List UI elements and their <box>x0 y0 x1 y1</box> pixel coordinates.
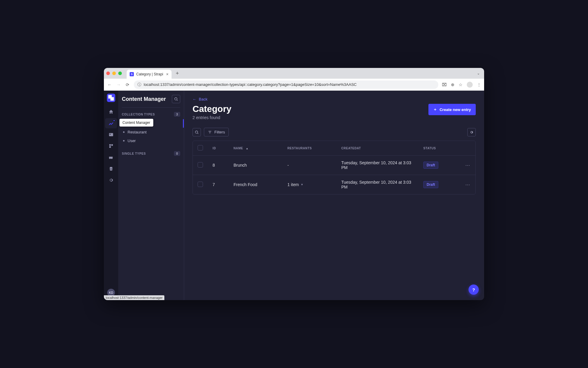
browser-actions: ⌧ ⊕ ☆ ⋮ <box>442 82 481 88</box>
cell-restaurants: - <box>283 156 337 175</box>
page-title: Category <box>193 104 231 114</box>
tab-close-icon[interactable]: × <box>166 72 169 77</box>
create-entry-label: Create new entry <box>440 107 471 112</box>
sidebar-search-button[interactable] <box>172 95 180 103</box>
cell-restaurants[interactable]: 1 item▼ <box>283 175 337 194</box>
plus-icon: ＋ <box>433 107 437 112</box>
help-icon: ? <box>472 287 475 292</box>
sidebar-item-label: User <box>128 139 136 143</box>
main-content: ← Back Category 2 entries found ＋ Create… <box>184 91 484 300</box>
select-all-checkbox[interactable] <box>198 145 203 150</box>
single-types-label: Single Types <box>122 152 146 155</box>
col-restaurants[interactable]: Restaurants <box>283 141 337 156</box>
browser-url-field[interactable]: ⓘ localhost:1337/admin/content-manager/c… <box>134 80 438 89</box>
window-controls <box>106 72 122 75</box>
window-close-icon[interactable] <box>106 72 110 75</box>
relation-count: 1 item <box>287 182 299 187</box>
sidebar-title: Content Manager <box>122 96 169 102</box>
svg-rect-5 <box>111 144 113 146</box>
table-settings-button[interactable] <box>467 128 476 136</box>
nav-plugins[interactable] <box>105 152 117 162</box>
col-name[interactable]: Name ▲ <box>229 141 283 156</box>
browser-window: S Category | Strapi × + ⌄ ← → ⟳ ⓘ localh… <box>104 68 484 300</box>
col-name-label: Name <box>234 147 243 150</box>
nav-rail: KD <box>104 91 118 300</box>
window-maximize-icon[interactable] <box>118 72 122 75</box>
page-subtitle: 2 entries found <box>193 115 231 120</box>
gear-icon <box>469 130 474 134</box>
col-status[interactable]: Status <box>419 141 460 156</box>
zoom-icon[interactable]: ⊕ <box>451 82 454 87</box>
svg-point-9 <box>195 131 198 133</box>
nav-tooltip-label: Content Manager <box>122 121 150 125</box>
status-badge: Draft <box>423 162 438 169</box>
window-minimize-icon[interactable] <box>112 72 116 75</box>
row-actions-menu[interactable]: ⋯ <box>465 163 471 168</box>
strapi-logo-icon[interactable] <box>107 94 115 102</box>
table-toolbar: Filters <box>193 128 476 136</box>
nav-content-manager[interactable] <box>105 118 117 128</box>
new-tab-button[interactable]: + <box>174 70 181 77</box>
arrow-left-icon: ← <box>193 97 196 101</box>
single-types-header: Single Types 0 <box>122 151 180 156</box>
browser-tab-bar: S Category | Strapi × + ⌄ <box>104 68 484 79</box>
profile-avatar-icon[interactable] <box>467 82 473 88</box>
single-types-count: 0 <box>174 151 180 156</box>
browser-menu-icon[interactable]: ⋮ <box>477 82 481 87</box>
filters-button[interactable]: Filters <box>204 128 229 136</box>
browser-back-button[interactable]: ← <box>107 82 112 87</box>
svg-line-10 <box>198 133 198 134</box>
table-search-button[interactable] <box>193 128 201 136</box>
back-link[interactable]: ← Back <box>193 97 207 101</box>
svg-rect-2 <box>109 133 113 136</box>
strapi-app: KD Content Manager Content Manager Colle… <box>104 91 484 300</box>
nav-settings[interactable] <box>105 175 117 185</box>
browser-status-link: localhost:1337/admin/content-manager <box>104 295 164 300</box>
create-entry-button[interactable]: ＋ Create new entry <box>428 104 476 115</box>
table-row[interactable]: 7French Food1 item▼Tuesday, September 10… <box>193 175 475 194</box>
relation-dropdown[interactable]: 1 item▼ <box>287 182 303 187</box>
cell-name: Brunch <box>229 156 283 175</box>
cell-createdat: Tuesday, September 10, 2024 at 3:03 PM <box>337 156 419 175</box>
row-checkbox[interactable] <box>198 182 203 187</box>
cell-createdat: Tuesday, September 10, 2024 at 3:03 PM <box>337 175 419 194</box>
bookmark-star-icon[interactable]: ☆ <box>459 82 463 87</box>
nav-content-type-builder[interactable] <box>105 141 117 151</box>
nav-media-library[interactable] <box>105 130 117 140</box>
svg-point-3 <box>110 134 111 135</box>
col-createdat[interactable]: CreatedAt <box>337 141 419 156</box>
nav-home[interactable] <box>105 107 117 117</box>
nav-marketplace[interactable] <box>105 164 117 174</box>
back-link-label: Back <box>199 97 207 101</box>
browser-forward-button[interactable]: → <box>116 82 121 87</box>
browser-reload-button[interactable]: ⟳ <box>125 82 130 87</box>
collection-types-count: 3 <box>174 112 180 117</box>
svg-rect-4 <box>109 144 111 146</box>
sidebar-item-user[interactable]: User <box>122 136 180 145</box>
nav-tooltip: Content Manager <box>119 119 153 127</box>
table-row[interactable]: 8Brunch-Tuesday, September 10, 2024 at 3… <box>193 156 475 175</box>
site-info-icon[interactable]: ⓘ <box>137 82 141 87</box>
cell-name: French Food <box>229 175 283 194</box>
svg-rect-1 <box>110 97 114 101</box>
browser-tab[interactable]: S Category | Strapi × <box>127 70 172 79</box>
row-checkbox[interactable] <box>198 162 203 168</box>
cell-id: 8 <box>208 156 229 175</box>
search-icon <box>174 97 178 101</box>
collection-types-label: Collection Types <box>122 113 155 116</box>
cell-id: 7 <box>208 175 229 194</box>
browser-status-link-text: localhost:1337/admin/content-manager <box>106 296 163 299</box>
password-key-icon[interactable]: ⌧ <box>442 82 447 87</box>
svg-point-7 <box>175 98 177 100</box>
sort-asc-icon: ▲ <box>246 147 248 150</box>
help-button[interactable]: ? <box>469 285 479 295</box>
row-actions-menu[interactable]: ⋯ <box>465 182 471 187</box>
col-id[interactable]: ID <box>208 141 229 156</box>
collection-types-header: Collection Types 3 <box>122 112 180 117</box>
sidebar-item-restaurant[interactable]: Restaurant <box>122 128 180 136</box>
tabs-dropdown-icon[interactable]: ⌄ <box>475 71 482 75</box>
svg-line-8 <box>177 100 178 101</box>
page-header: Category 2 entries found ＋ Create new en… <box>193 104 476 120</box>
svg-rect-6 <box>109 146 111 148</box>
filter-icon <box>208 130 212 134</box>
